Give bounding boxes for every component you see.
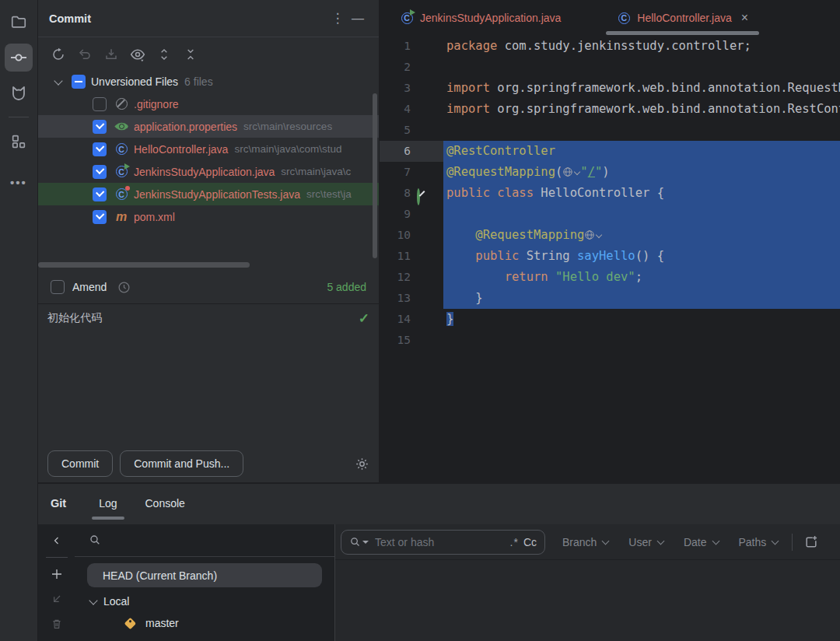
filter-label: Branch: [562, 536, 597, 548]
commit-message-text[interactable]: 初始化代码: [47, 311, 102, 324]
line-number: 9: [380, 204, 411, 225]
code-line[interactable]: 7@RequestMapping("/"): [380, 162, 840, 183]
add-branch-icon[interactable]: [48, 566, 65, 583]
commit-button[interactable]: Commit: [47, 450, 113, 477]
branch-group-row[interactable]: Local: [90, 592, 129, 611]
file-row[interactable]: mpom.xml: [38, 205, 379, 228]
commit-and-push-button[interactable]: Commit and Push...: [120, 450, 243, 477]
gutter-cell: 8: [380, 183, 443, 204]
amend-checkbox[interactable]: [51, 280, 65, 294]
checkout-arrow-icon[interactable]: [48, 590, 65, 608]
git-panel-content: HEAD (Current Branch)Localmaster .* Cc B…: [38, 524, 840, 641]
branch-head-row[interactable]: HEAD (Current Branch): [87, 563, 322, 587]
new-log-tab-icon[interactable]: [803, 534, 819, 550]
code-token: ": [595, 165, 602, 179]
filter-date[interactable]: Date: [684, 536, 719, 548]
file-checkbox[interactable]: [93, 97, 107, 111]
editor-tab[interactable]: CJenkinsStudyApplication.java: [387, 0, 573, 36]
code-line[interactable]: 13 }: [380, 288, 840, 309]
commit-toolbar: [38, 40, 379, 68]
chevron-down-icon[interactable]: [54, 76, 62, 85]
shelve-silently-icon[interactable]: [103, 47, 119, 62]
code-line[interactable]: 4import org.springframework.web.bind.ann…: [380, 99, 840, 120]
collapse-left-icon[interactable]: [48, 532, 65, 549]
line-number: 6: [380, 141, 411, 162]
more-options-icon[interactable]: •••: [5, 168, 33, 196]
code-line[interactable]: 3import org.springframework.web.bind.ann…: [380, 78, 840, 99]
file-path: src\main\java\c: [281, 166, 351, 177]
commit-actions: Commit Commit and Push...: [38, 445, 379, 482]
file-checkbox[interactable]: [93, 165, 107, 179]
spring-file-icon: [114, 120, 128, 134]
show-diff-preview-icon[interactable]: [130, 47, 145, 62]
code-line[interactable]: 14}: [380, 309, 840, 330]
code-line[interactable]: 6@RestController: [380, 141, 840, 162]
expand-all-icon[interactable]: [156, 47, 172, 62]
search-with-history-icon[interactable]: [349, 536, 369, 548]
url-mapping-inlay-icon[interactable]: [584, 229, 602, 240]
close-tab-icon[interactable]: ×: [741, 11, 748, 25]
history-clock-icon[interactable]: [117, 281, 131, 294]
code-line[interactable]: 10 @RequestMapping: [380, 225, 840, 246]
project-folder-icon[interactable]: [5, 8, 33, 36]
branch-row[interactable]: master: [126, 613, 179, 633]
file-row[interactable]: .gitignore: [38, 93, 379, 115]
file-checkbox[interactable]: [93, 120, 107, 134]
file-row[interactable]: CJenkinsStudyApplicationTests.javasrc\te…: [38, 183, 379, 205]
code-line[interactable]: 9: [380, 204, 840, 225]
code-token: [446, 228, 475, 242]
code-token: package: [446, 39, 497, 53]
match-case-toggle[interactable]: Cc: [523, 536, 537, 548]
code-line[interactable]: 12 return "Hello dev";: [380, 267, 840, 288]
editor-tab[interactable]: CHelloController.java×: [604, 0, 761, 36]
vcs-cat-icon[interactable]: [5, 79, 33, 107]
file-checkbox[interactable]: [93, 142, 107, 156]
gutter-cell: 5: [380, 120, 443, 141]
gutter-cell: 4: [380, 99, 443, 120]
file-row[interactable]: CJenkinsStudyApplication.javasrc\main\ja…: [38, 160, 379, 183]
code-line[interactable]: 1package com.study.jenkinsstudy.controll…: [380, 36, 840, 57]
file-row[interactable]: CHelloController.javasrc\main\java\com\s…: [38, 138, 379, 160]
code-token: org.springframework.web.bind.annotation.…: [490, 81, 840, 95]
minimize-icon[interactable]: —: [348, 12, 368, 26]
rollback-icon[interactable]: [77, 47, 93, 62]
log-search-input[interactable]: [373, 535, 506, 549]
gear-icon[interactable]: [355, 457, 369, 471]
git-tab-console[interactable]: Console: [145, 484, 185, 523]
tree-root-row[interactable]: Unversioned Files6 files: [38, 70, 379, 93]
chevron-down-icon: [772, 537, 779, 545]
filter-paths[interactable]: Paths: [739, 536, 779, 548]
unversioned-files-checkbox[interactable]: [72, 75, 86, 89]
structure-icon[interactable]: [5, 128, 33, 156]
line-number: 3: [380, 78, 411, 99]
collapse-all-icon[interactable]: [183, 47, 198, 62]
code-line[interactable]: 2: [380, 57, 840, 78]
branch-search-icon[interactable]: [89, 534, 101, 546]
file-checkbox[interactable]: [93, 187, 107, 201]
commit-tool-icon[interactable]: [5, 44, 33, 72]
spellcheck-ok-icon: ✓: [359, 310, 369, 327]
horizontal-scrollbar[interactable]: [38, 262, 250, 268]
editor-code-pane[interactable]: 1package com.study.jenkinsstudy.controll…: [380, 36, 840, 482]
regex-toggle[interactable]: .*: [510, 536, 519, 548]
code-line[interactable]: 8public class HelloController {: [380, 183, 840, 204]
filter-branch[interactable]: Branch: [562, 536, 608, 548]
log-search-box[interactable]: .* Cc: [341, 530, 545, 555]
vertical-scrollbar[interactable]: [373, 93, 377, 258]
refresh-icon[interactable]: [51, 47, 66, 62]
url-mapping-inlay-icon[interactable]: [562, 166, 580, 177]
file-checkbox[interactable]: [93, 210, 107, 224]
code-line[interactable]: 11 public String sayHello() {: [380, 246, 840, 267]
file-row[interactable]: application.propertiessrc\main\resources: [38, 115, 379, 138]
filter-user[interactable]: User: [628, 536, 663, 548]
delete-branch-trash-icon[interactable]: [48, 615, 65, 632]
line-number: 13: [380, 288, 411, 309]
gutter-cell: 7: [380, 162, 443, 183]
kebab-menu-icon[interactable]: ⋮: [327, 10, 348, 26]
code-token: @RequestMapping: [446, 165, 555, 179]
git-tab-log[interactable]: Log: [99, 484, 117, 523]
code-line[interactable]: 5: [380, 120, 840, 141]
code-line[interactable]: 15: [380, 330, 840, 351]
chevron-down-icon[interactable]: [89, 596, 97, 604]
commit-message-area[interactable]: 初始化代码 ✓: [38, 303, 379, 445]
